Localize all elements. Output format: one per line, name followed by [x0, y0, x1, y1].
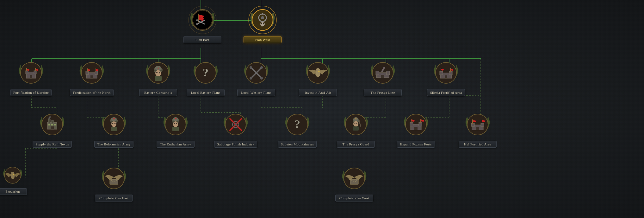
svg-rect-131 — [111, 127, 117, 131]
sabotage-icon — [221, 110, 250, 139]
node-fortification-north[interactable]: Fortification of the North — [66, 59, 117, 96]
node-expand-poznan[interactable]: Expand Poznan Forts — [391, 110, 441, 148]
node-ruthenian[interactable]: ★ The Ruthenian Army — [150, 110, 201, 148]
eastern-conscripts-icon — [144, 59, 172, 87]
prusya-line-label: The Prusya Line — [364, 89, 402, 96]
silesia-label: Silesia Fortified Area — [427, 89, 465, 96]
svg-rect-112 — [441, 68, 441, 72]
node-sudeten[interactable]: ? Sudeten Mountaineers — [272, 110, 323, 148]
node-eastern-conscripts[interactable]: Eastern Conscripts — [133, 59, 183, 96]
svg-rect-116 — [48, 119, 50, 124]
node-fortification-ukraine[interactable]: Fortification of Ukraine — [6, 59, 56, 96]
svg-point-82 — [155, 70, 161, 76]
sabotage-label: Sabotage Polish Industry — [214, 141, 257, 148]
node-plan-east[interactable]: Plan East — [177, 6, 228, 43]
svg-rect-76 — [87, 68, 88, 72]
svg-rect-120 — [54, 124, 56, 125]
ruthenian-icon: ★ — [161, 110, 190, 139]
svg-rect-118 — [48, 124, 50, 125]
local-western-plans-icon — [242, 59, 270, 87]
node-complete-plan-east[interactable]: Complete Plan East — [89, 164, 139, 202]
fortification-ukraine-icon — [17, 59, 45, 87]
fortification-north-label: Fortification of the North — [70, 89, 113, 96]
svg-point-94 — [260, 77, 263, 80]
node-local-eastern-plans[interactable]: ? Local Eastern Plans — [180, 59, 231, 96]
invest-antiair-label: Invest in Anti-Air — [299, 89, 337, 96]
silesia-icon — [432, 59, 460, 87]
svg-rect-75 — [90, 75, 93, 78]
sudeten-icon: ? — [283, 110, 312, 139]
local-western-plans-label: Local Western Plans — [237, 89, 275, 96]
expansion-icon — [2, 164, 24, 186]
svg-point-54 — [261, 16, 264, 19]
svg-point-137 — [173, 121, 178, 127]
node-prusya-line[interactable]: The Prusya Line — [357, 59, 408, 96]
node-invest-antiair[interactable]: Invest in Anti-Air — [293, 59, 343, 96]
svg-point-93 — [250, 66, 252, 69]
svg-point-138 — [174, 123, 175, 124]
svg-rect-62 — [262, 26, 262, 27]
svg-rect-121 — [51, 126, 54, 129]
svg-point-165 — [467, 114, 488, 135]
node-supply-rail[interactable]: Supply the Rail Nexus — [27, 110, 77, 148]
fortification-ukraine-label: Fortification of Ukraine — [10, 89, 52, 96]
svg-point-61 — [263, 23, 264, 24]
fortification-north-icon — [77, 59, 106, 87]
svg-point-60 — [261, 23, 262, 24]
plan-east-icon — [188, 6, 217, 34]
svg-point-49 — [196, 23, 198, 25]
svg-rect-169 — [476, 127, 479, 130]
prusya-line-icon — [368, 59, 397, 87]
node-local-western-plans[interactable]: Local Western Plans — [231, 59, 282, 96]
local-eastern-plans-icon: ? — [191, 59, 220, 87]
node-prusya-guard[interactable]: ★ The Prusya Guard — [331, 110, 381, 148]
expansion-label: Expansion — [0, 188, 27, 195]
svg-point-175 — [12, 173, 12, 174]
svg-text:★: ★ — [113, 117, 115, 120]
svg-text:?: ? — [294, 118, 300, 131]
belorussian-icon: ★ — [100, 110, 128, 139]
svg-rect-163 — [411, 119, 412, 123]
svg-point-83 — [156, 72, 158, 74]
svg-rect-111 — [445, 75, 447, 78]
supply-rail-icon — [38, 110, 66, 139]
svg-point-123 — [49, 116, 51, 118]
svg-point-130 — [115, 123, 116, 124]
node-belorussian[interactable]: ★ The Belorussian Army — [89, 110, 139, 148]
local-eastern-plans-label: Local Eastern Plans — [187, 89, 225, 96]
svg-rect-140 — [172, 127, 179, 131]
svg-rect-155 — [353, 126, 359, 131]
prusya-guard-label: The Prusya Guard — [337, 141, 375, 148]
supply-rail-label: Supply the Rail Nexus — [33, 141, 72, 148]
hel-fortified-icon — [463, 110, 492, 139]
node-silesia[interactable]: Silesia Fortified Area — [421, 59, 471, 96]
hel-fortified-label: Hel Fortified Area — [459, 141, 497, 148]
plan-east-label: Plan East — [183, 36, 221, 43]
node-complete-plan-west[interactable]: Complete Plan West — [329, 164, 380, 202]
svg-point-154 — [356, 123, 357, 124]
expand-poznan-icon — [402, 110, 430, 139]
svg-rect-105 — [381, 75, 384, 78]
svg-rect-102 — [376, 71, 379, 75]
node-hel-fortified[interactable]: Hel Fortified Area — [452, 110, 503, 148]
belorussian-label: The Belorussian Army — [94, 141, 133, 148]
complete-plan-east-icon — [100, 164, 128, 193]
svg-text:★: ★ — [175, 117, 177, 120]
svg-point-176 — [103, 168, 124, 189]
plan-west-icon — [248, 6, 277, 34]
svg-rect-68 — [30, 75, 32, 78]
svg-rect-69 — [26, 68, 27, 71]
svg-point-95 — [260, 66, 263, 69]
svg-rect-171 — [482, 119, 482, 124]
node-sabotage[interactable]: Sabotage Polish Industry — [210, 110, 261, 148]
node-expansion-partial[interactable]: Expansion — [0, 164, 28, 195]
svg-point-180 — [344, 168, 365, 189]
svg-point-139 — [176, 123, 177, 124]
svg-rect-58 — [266, 17, 267, 18]
ruthenian-label: The Ruthenian Army — [157, 141, 195, 148]
svg-rect-73 — [86, 71, 89, 74]
svg-rect-77 — [96, 68, 96, 72]
svg-point-92 — [250, 77, 252, 80]
svg-point-52 — [252, 10, 273, 30]
node-plan-west[interactable]: Plan West — [237, 6, 288, 43]
